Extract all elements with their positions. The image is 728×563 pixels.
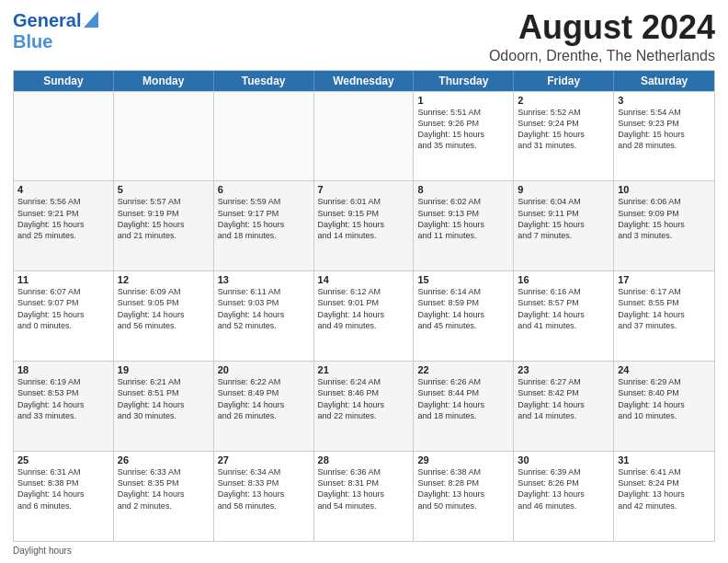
day-info: Sunrise: 6:33 AM Sunset: 8:35 PM Dayligh… (118, 466, 210, 511)
cal-cell: 16Sunrise: 6:16 AM Sunset: 8:57 PM Dayli… (514, 271, 614, 361)
day-number: 2 (518, 95, 609, 106)
day-info: Sunrise: 6:19 AM Sunset: 8:53 PM Dayligh… (17, 376, 109, 421)
day-number: 15 (417, 274, 509, 285)
day-info: Sunrise: 6:36 AM Sunset: 8:31 PM Dayligh… (318, 466, 410, 511)
day-info: Sunrise: 5:59 AM Sunset: 9:17 PM Dayligh… (218, 196, 310, 241)
day-number: 17 (618, 274, 711, 285)
day-number: 11 (17, 274, 109, 285)
cal-cell: 6Sunrise: 5:59 AM Sunset: 9:17 PM Daylig… (214, 181, 314, 270)
cal-week-5: 25Sunrise: 6:31 AM Sunset: 8:38 PM Dayli… (14, 451, 714, 541)
day-info: Sunrise: 6:21 AM Sunset: 8:51 PM Dayligh… (118, 376, 210, 421)
cal-cell: 31Sunrise: 6:41 AM Sunset: 8:24 PM Dayli… (614, 452, 714, 541)
day-number: 7 (318, 184, 410, 195)
cal-cell: 22Sunrise: 6:26 AM Sunset: 8:44 PM Dayli… (414, 362, 514, 451)
day-number: 6 (218, 184, 310, 195)
svg-marker-0 (84, 11, 98, 28)
cal-cell (14, 92, 114, 181)
day-info: Sunrise: 5:51 AM Sunset: 9:26 PM Dayligh… (417, 107, 509, 152)
cal-cell (314, 92, 415, 181)
day-number: 23 (518, 364, 609, 375)
cal-cell (114, 92, 214, 181)
day-info: Sunrise: 6:04 AM Sunset: 9:11 PM Dayligh… (518, 196, 609, 241)
day-info: Sunrise: 5:54 AM Sunset: 9:23 PM Dayligh… (618, 107, 711, 152)
cal-cell: 30Sunrise: 6:39 AM Sunset: 8:26 PM Dayli… (514, 452, 614, 541)
calendar-header: Sunday Monday Tuesday Wednesday Thursday… (14, 71, 714, 91)
cal-cell: 28Sunrise: 6:36 AM Sunset: 8:31 PM Dayli… (314, 452, 415, 541)
day-number: 12 (118, 274, 210, 285)
day-info: Sunrise: 5:57 AM Sunset: 9:19 PM Dayligh… (118, 196, 210, 241)
header-saturday: Saturday (614, 71, 714, 91)
calendar-body: 1Sunrise: 5:51 AM Sunset: 9:26 PM Daylig… (14, 91, 714, 541)
day-number: 10 (618, 184, 711, 195)
day-number: 29 (417, 454, 509, 465)
header-friday: Friday (514, 71, 614, 91)
header-thursday: Thursday (414, 71, 514, 91)
logo: General Blue (13, 9, 98, 52)
cal-cell: 1Sunrise: 5:51 AM Sunset: 9:26 PM Daylig… (414, 92, 514, 181)
cal-cell: 26Sunrise: 6:33 AM Sunset: 8:35 PM Dayli… (114, 452, 214, 541)
cal-cell: 8Sunrise: 6:02 AM Sunset: 9:13 PM Daylig… (414, 181, 514, 270)
cal-cell: 3Sunrise: 5:54 AM Sunset: 9:23 PM Daylig… (614, 92, 714, 181)
cal-cell: 27Sunrise: 6:34 AM Sunset: 8:33 PM Dayli… (214, 452, 314, 541)
day-number: 13 (218, 274, 310, 285)
day-number: 22 (417, 364, 509, 375)
cal-week-3: 11Sunrise: 6:07 AM Sunset: 9:07 PM Dayli… (14, 270, 714, 361)
cal-cell: 19Sunrise: 6:21 AM Sunset: 8:51 PM Dayli… (114, 362, 214, 451)
day-info: Sunrise: 6:31 AM Sunset: 8:38 PM Dayligh… (17, 466, 109, 511)
logo-blue-text: Blue (13, 31, 52, 52)
cal-week-2: 4Sunrise: 5:56 AM Sunset: 9:21 PM Daylig… (14, 180, 714, 270)
day-info: Sunrise: 6:22 AM Sunset: 8:49 PM Dayligh… (218, 376, 310, 421)
day-info: Sunrise: 6:27 AM Sunset: 8:42 PM Dayligh… (518, 376, 609, 421)
day-info: Sunrise: 6:02 AM Sunset: 9:13 PM Dayligh… (417, 196, 509, 241)
day-number: 31 (618, 454, 711, 465)
day-info: Sunrise: 6:29 AM Sunset: 8:40 PM Dayligh… (618, 376, 711, 421)
calendar: Sunday Monday Tuesday Wednesday Thursday… (13, 70, 715, 542)
day-number: 30 (518, 454, 609, 465)
cal-cell: 13Sunrise: 6:11 AM Sunset: 9:03 PM Dayli… (214, 271, 314, 361)
day-number: 19 (118, 364, 210, 375)
cal-cell: 10Sunrise: 6:06 AM Sunset: 9:09 PM Dayli… (614, 181, 714, 270)
title-block: August 2024 Odoorn, Drenthe, The Netherl… (489, 9, 715, 64)
cal-cell: 23Sunrise: 6:27 AM Sunset: 8:42 PM Dayli… (514, 362, 614, 451)
cal-cell: 17Sunrise: 6:17 AM Sunset: 8:55 PM Dayli… (614, 271, 714, 361)
day-number: 16 (518, 274, 609, 285)
day-number: 27 (218, 454, 310, 465)
cal-cell: 18Sunrise: 6:19 AM Sunset: 8:53 PM Dayli… (14, 362, 114, 451)
cal-week-1: 1Sunrise: 5:51 AM Sunset: 9:26 PM Daylig… (14, 91, 714, 181)
day-number: 21 (318, 364, 410, 375)
day-number: 5 (118, 184, 210, 195)
cal-cell: 25Sunrise: 6:31 AM Sunset: 8:38 PM Dayli… (14, 452, 114, 541)
header-tuesday: Tuesday (214, 71, 314, 91)
day-info: Sunrise: 6:39 AM Sunset: 8:26 PM Dayligh… (518, 466, 609, 511)
day-info: Sunrise: 6:12 AM Sunset: 9:01 PM Dayligh… (318, 286, 410, 331)
day-number: 25 (17, 454, 109, 465)
day-info: Sunrise: 6:09 AM Sunset: 9:05 PM Dayligh… (118, 286, 210, 331)
day-info: Sunrise: 6:26 AM Sunset: 8:44 PM Dayligh… (417, 376, 509, 421)
day-info: Sunrise: 6:38 AM Sunset: 8:28 PM Dayligh… (417, 466, 509, 511)
day-info: Sunrise: 6:41 AM Sunset: 8:24 PM Dayligh… (618, 466, 711, 511)
day-number: 1 (417, 95, 509, 106)
day-info: Sunrise: 6:16 AM Sunset: 8:57 PM Dayligh… (518, 286, 609, 331)
day-number: 9 (518, 184, 609, 195)
cal-cell: 5Sunrise: 5:57 AM Sunset: 9:19 PM Daylig… (114, 181, 214, 270)
day-info: Sunrise: 6:06 AM Sunset: 9:09 PM Dayligh… (618, 196, 711, 241)
day-info: Sunrise: 6:01 AM Sunset: 9:15 PM Dayligh… (318, 196, 410, 241)
cal-cell: 9Sunrise: 6:04 AM Sunset: 9:11 PM Daylig… (514, 181, 614, 270)
cal-week-4: 18Sunrise: 6:19 AM Sunset: 8:53 PM Dayli… (14, 361, 714, 451)
page: General Blue August 2024 Odoorn, Drenthe… (0, 0, 728, 563)
day-number: 24 (618, 364, 711, 375)
day-info: Sunrise: 6:14 AM Sunset: 8:59 PM Dayligh… (417, 286, 509, 331)
day-info: Sunrise: 6:07 AM Sunset: 9:07 PM Dayligh… (17, 286, 109, 331)
footer: Daylight hours (13, 546, 715, 556)
day-info: Sunrise: 6:24 AM Sunset: 8:46 PM Dayligh… (318, 376, 410, 421)
daylight-label: Daylight hours (13, 546, 72, 556)
cal-cell: 12Sunrise: 6:09 AM Sunset: 9:05 PM Dayli… (114, 271, 214, 361)
cal-cell: 21Sunrise: 6:24 AM Sunset: 8:46 PM Dayli… (314, 362, 415, 451)
title-location: Odoorn, Drenthe, The Netherlands (489, 48, 715, 64)
day-number: 14 (318, 274, 410, 285)
cal-cell: 7Sunrise: 6:01 AM Sunset: 9:15 PM Daylig… (314, 181, 415, 270)
cal-cell: 20Sunrise: 6:22 AM Sunset: 8:49 PM Dayli… (214, 362, 314, 451)
day-number: 20 (218, 364, 310, 375)
header-wednesday: Wednesday (314, 71, 415, 91)
cal-cell (214, 92, 314, 181)
